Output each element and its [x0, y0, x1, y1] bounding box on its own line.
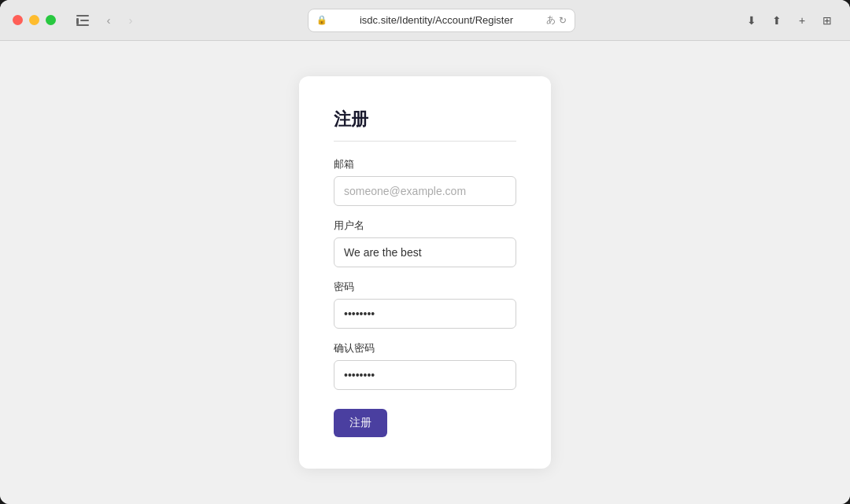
svg-rect-1: [80, 20, 89, 21]
url-text: isdc.site/Identity/Account/Register: [332, 14, 541, 26]
forward-button[interactable]: ›: [120, 12, 141, 29]
translate-icon: あ: [546, 13, 556, 27]
username-label: 用户名: [334, 219, 516, 233]
page-title: 注册: [334, 108, 516, 131]
new-tab-icon[interactable]: +: [792, 12, 812, 29]
confirm-password-input[interactable]: [334, 360, 516, 390]
confirm-password-group: 确认密码: [334, 341, 516, 390]
password-group: 密码: [334, 280, 516, 329]
email-label: 邮箱: [334, 157, 516, 171]
address-bar[interactable]: 🔒 isdc.site/Identity/Account/Register あ …: [308, 9, 575, 32]
nav-buttons: ‹ ›: [98, 12, 141, 29]
download-icon[interactable]: ⬇: [741, 12, 762, 29]
minimize-button[interactable]: [29, 15, 39, 25]
close-button[interactable]: [13, 15, 23, 25]
maximize-button[interactable]: [46, 15, 56, 25]
svg-rect-0: [76, 15, 89, 17]
card-divider: [334, 141, 516, 142]
submit-button[interactable]: 注册: [334, 409, 387, 437]
svg-rect-2: [76, 24, 89, 26]
password-input[interactable]: [334, 299, 516, 329]
email-group: 邮箱: [334, 157, 516, 206]
sidebar-toggle-button[interactable]: [72, 12, 94, 29]
share-icon[interactable]: ⬆: [767, 12, 787, 29]
back-button[interactable]: ‹: [98, 12, 119, 29]
register-card: 注册 邮箱 用户名 密码 确认密码 注册: [299, 76, 551, 469]
refresh-icon[interactable]: ↻: [559, 15, 567, 26]
toolbar-left: ‹ ›: [72, 12, 141, 29]
grid-icon[interactable]: ⊞: [817, 12, 837, 29]
page-content: 注册 邮箱 用户名 密码 确认密码 注册: [0, 41, 850, 504]
confirm-password-label: 确认密码: [334, 341, 516, 355]
lock-icon: 🔒: [316, 15, 327, 25]
browser-titlebar: ‹ › 🔒 isdc.site/Identity/Account/Registe…: [0, 0, 850, 41]
address-bar-container: 🔒 isdc.site/Identity/Account/Register あ …: [150, 9, 732, 32]
traffic-lights: [13, 15, 56, 25]
toolbar-right: ⬇ ⬆ + ⊞: [741, 12, 837, 29]
username-group: 用户名: [334, 219, 516, 267]
svg-rect-3: [76, 18, 79, 24]
username-input[interactable]: [334, 237, 516, 267]
password-label: 密码: [334, 280, 516, 294]
address-bar-icons: あ ↻: [546, 13, 567, 27]
email-input[interactable]: [334, 176, 516, 206]
browser-window: ‹ › 🔒 isdc.site/Identity/Account/Registe…: [0, 0, 850, 504]
